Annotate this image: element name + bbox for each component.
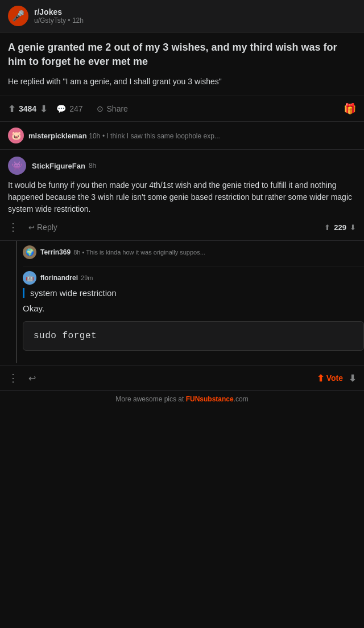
discord-icon: ⊙ xyxy=(97,104,104,113)
comment-vote-count: 229 xyxy=(334,223,346,232)
bottom-upvote-button[interactable]: ⬆ Vote xyxy=(317,373,343,384)
comment-text: It would be funny if you then made your … xyxy=(8,179,356,215)
brand-name: FUNsubstance xyxy=(186,395,234,403)
avatar: 🐷 xyxy=(8,128,24,143)
preview-snippet: • I think I saw this same loophole exp..… xyxy=(102,132,220,140)
comment-icon: 💬 xyxy=(56,104,66,113)
bottom-downvote-button[interactable]: ⬇ xyxy=(349,373,356,384)
comment-preview-text: misterpickleman 10h • I think I saw this… xyxy=(28,132,220,140)
post-title: A genie granted me 2 out of my 3 wishes,… xyxy=(8,40,356,69)
bottom-action-bar: ⋮ ↩ ⬆ Vote ⬇ xyxy=(0,366,364,390)
header-meta: r/Jokes u/GstyTsty • 12h xyxy=(34,7,84,24)
upvote-icon[interactable]: ⬆ xyxy=(8,104,15,114)
subreddit-icon: 🎤 xyxy=(8,6,28,26)
upvote-arrow-icon: ⬆ xyxy=(317,373,324,384)
comment-actions: ⋮ ↩ Reply ⬆ 229 ⬇ xyxy=(8,221,356,233)
code-block: sudo forget xyxy=(23,321,364,351)
nested-comments: 🌍 Terrin369 8h • This is kinda how it wa… xyxy=(16,241,364,363)
comment-vote-area[interactable]: ⬆ 229 ⬇ xyxy=(324,223,356,232)
nested-username-1: Terrin369 xyxy=(40,248,71,256)
nested-comment-terrin: 🌍 Terrin369 8h • This is kinda how it wa… xyxy=(23,241,364,266)
main-comment: 👾 StickFigureFan 8h It would be funny if… xyxy=(0,150,364,241)
nested-username-2: florinandrei xyxy=(40,274,78,282)
more-options-icon-bottom[interactable]: ⋮ xyxy=(8,372,19,384)
quoted-content: system wide restriction xyxy=(23,288,364,298)
avatar: 👾 xyxy=(8,157,26,175)
reply-button[interactable]: ↩ Reply xyxy=(28,223,57,232)
comment-preview-row[interactable]: 🐷 misterpickleman 10h • I think I saw th… xyxy=(0,122,364,150)
post-header: 🎤 r/Jokes u/GstyTsty • 12h xyxy=(0,0,364,32)
avatar: 🌍 xyxy=(23,245,36,259)
quoted-text: system wide restriction xyxy=(30,288,364,298)
more-options-icon[interactable]: ⋮ xyxy=(8,221,19,233)
preview-time: 10h xyxy=(89,132,100,140)
avatar: 🤖 xyxy=(23,271,36,285)
comment-username: StickFigureFan xyxy=(32,162,85,170)
code-content: sudo forget xyxy=(34,331,97,341)
comment-header: 👾 StickFigureFan 8h xyxy=(8,157,356,175)
subreddit-name: r/Jokes xyxy=(34,7,84,17)
reply-icon: ↩ xyxy=(28,223,35,232)
comment-time: 8h xyxy=(89,162,96,170)
reply-arrow-icon[interactable]: ↩ xyxy=(28,373,36,384)
post-section: A genie granted me 2 out of my 3 wishes,… xyxy=(0,32,364,88)
bottom-vote-section[interactable]: ⬆ Vote ⬇ xyxy=(317,373,356,384)
post-body: He replied with "I am a genie, and I sha… xyxy=(8,76,356,88)
okay-text: Okay. xyxy=(23,303,364,313)
share-button[interactable]: ⊙ Share xyxy=(92,102,133,116)
reply-comment-content: system wide restriction Okay. sudo forge… xyxy=(23,288,364,351)
preview-username: misterpickleman xyxy=(28,132,87,140)
comment-count: 247 xyxy=(69,104,82,113)
nested-comment-florin: 🤖 florinandrei 29m system wide restricti… xyxy=(23,266,364,363)
comment-upvote-icon[interactable]: ⬆ xyxy=(324,223,330,232)
nested-time-1: 8h • This is kinda how it was originally… xyxy=(73,249,205,256)
comment-button[interactable]: 💬 247 xyxy=(52,102,87,116)
nested-time-2: 29m xyxy=(81,274,93,281)
downvote-icon[interactable]: ⬇ xyxy=(40,104,47,114)
gift-icon[interactable]: 🎁 xyxy=(344,102,356,115)
footer: More awesome pics at FUNsubstance.com xyxy=(0,390,364,408)
vote-count: 3484 xyxy=(19,104,36,113)
vote-section[interactable]: ⬆ 3484 ⬇ xyxy=(8,104,47,114)
comment-downvote-icon[interactable]: ⬇ xyxy=(350,223,356,232)
post-meta: u/GstyTsty • 12h xyxy=(34,17,84,24)
action-bar: ⬆ 3484 ⬇ 💬 247 ⊙ Share 🎁 xyxy=(0,96,364,122)
